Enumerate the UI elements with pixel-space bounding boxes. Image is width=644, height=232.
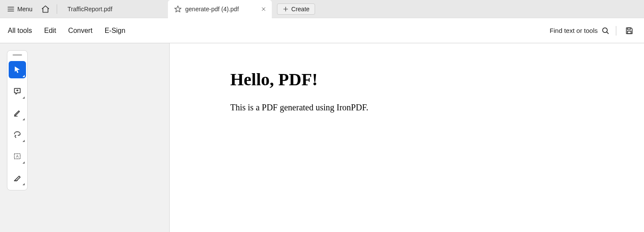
divider bbox=[57, 4, 57, 14]
tab-label: generate-pdf (4).pdf bbox=[185, 6, 256, 13]
submenu-indicator bbox=[23, 97, 25, 99]
save-button[interactable] bbox=[622, 24, 636, 38]
lasso-icon bbox=[13, 130, 22, 139]
create-button[interactable]: Create bbox=[277, 3, 315, 15]
tab-label: TrafficReport.pdf bbox=[68, 6, 161, 13]
close-icon bbox=[261, 6, 266, 12]
toolbar-left: All tools Edit Convert E-Sign bbox=[8, 27, 126, 35]
svg-line-9 bbox=[607, 32, 609, 33]
menu-label: Menu bbox=[17, 6, 32, 13]
toolbar-edit[interactable]: Edit bbox=[44, 27, 56, 35]
grip-handle[interactable] bbox=[13, 54, 22, 56]
toolbar-convert[interactable]: Convert bbox=[68, 27, 93, 35]
tool-comment[interactable] bbox=[9, 83, 26, 100]
find-label: Find text or tools bbox=[550, 27, 598, 34]
tool-textbox[interactable]: A bbox=[9, 148, 26, 165]
left-sidebar: A bbox=[0, 43, 170, 232]
svg-rect-10 bbox=[628, 28, 631, 29]
tool-select[interactable] bbox=[9, 61, 26, 78]
main-area: A Hello, PDF! This is a PDF generated us… bbox=[0, 43, 644, 232]
tab-close-button[interactable] bbox=[260, 5, 267, 13]
svg-rect-11 bbox=[628, 31, 631, 33]
comment-icon bbox=[13, 87, 22, 96]
toolbar-all-tools[interactable]: All tools bbox=[8, 27, 32, 35]
star-icon bbox=[174, 5, 182, 13]
submenu-indicator bbox=[23, 161, 25, 164]
tab-trafficreport[interactable]: TrafficReport.pdf bbox=[61, 0, 165, 18]
plus-icon bbox=[283, 6, 289, 12]
toolbar: All tools Edit Convert E-Sign Find text … bbox=[0, 18, 644, 43]
submenu-indicator bbox=[23, 75, 25, 77]
save-icon bbox=[625, 26, 634, 35]
pen-icon bbox=[13, 174, 22, 182]
find-tools[interactable]: Find text or tools bbox=[550, 26, 610, 35]
search-icon bbox=[601, 26, 610, 35]
tool-sign[interactable] bbox=[9, 169, 26, 187]
highlighter-icon bbox=[13, 109, 22, 117]
svg-marker-3 bbox=[175, 6, 181, 12]
toolbar-esign[interactable]: E-Sign bbox=[105, 27, 126, 35]
home-button[interactable] bbox=[39, 2, 52, 16]
document-view: Hello, PDF! This is a PDF generated usin… bbox=[170, 43, 644, 232]
home-icon bbox=[41, 5, 50, 13]
divider bbox=[616, 26, 616, 35]
doc-paragraph: This is a PDF generated using IronPDF. bbox=[230, 103, 644, 113]
submenu-indicator bbox=[23, 118, 25, 120]
tool-strip: A bbox=[7, 50, 28, 190]
svg-text:A: A bbox=[16, 154, 19, 158]
hamburger-icon bbox=[7, 5, 15, 13]
tool-lasso[interactable] bbox=[9, 126, 26, 143]
menu-button[interactable]: Menu bbox=[3, 3, 36, 16]
submenu-indicator bbox=[23, 140, 25, 142]
toolbar-right: Find text or tools bbox=[550, 24, 636, 38]
create-label: Create bbox=[291, 6, 309, 13]
tab-generate-pdf[interactable]: generate-pdf (4).pdf bbox=[168, 0, 272, 18]
tab-bar: Menu TrafficReport.pdf generate-pdf (4).… bbox=[0, 0, 644, 18]
tool-highlight[interactable] bbox=[9, 104, 26, 122]
doc-heading: Hello, PDF! bbox=[230, 69, 644, 90]
textbox-icon: A bbox=[13, 152, 22, 161]
cursor-icon bbox=[13, 65, 22, 74]
submenu-indicator bbox=[23, 183, 25, 185]
